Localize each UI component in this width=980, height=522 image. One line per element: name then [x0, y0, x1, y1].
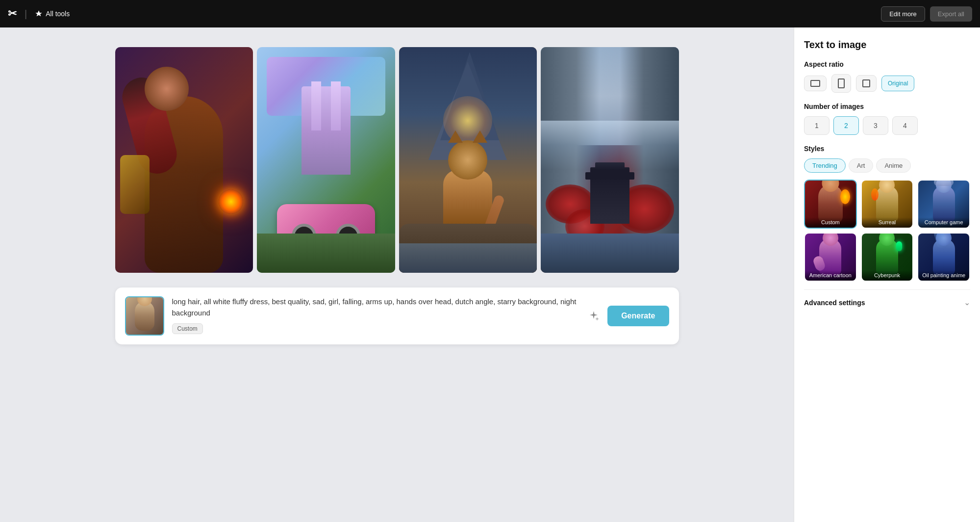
landscape-icon	[810, 80, 820, 87]
num-1-button[interactable]: 1	[804, 116, 829, 135]
tab-art[interactable]: Art	[849, 158, 874, 173]
image-grid	[115, 47, 679, 273]
prompt-text: long hair, all white fluffy dress, best …	[172, 296, 578, 318]
style-card-american-cartoon-label: American cartoon	[805, 270, 856, 281]
style-card-cyberpunk-label: Cyberpunk	[862, 270, 913, 281]
style-card-custom-label: Custom	[805, 217, 856, 228]
generated-image-2[interactable]	[257, 47, 395, 273]
canvas-area: long hair, all white fluffy dress, best …	[0, 27, 794, 522]
portrait-icon	[838, 78, 845, 88]
style-card-oil-painting-label: Oil painting anime	[918, 270, 969, 281]
generated-image-3[interactable]	[399, 47, 537, 273]
num-3-button[interactable]: 3	[863, 116, 888, 135]
nav-divider: |	[25, 8, 27, 20]
style-card-computer-game[interactable]: Computer game	[917, 180, 970, 229]
right-panel: Text to image Aspect ratio Original Numb…	[794, 27, 980, 522]
app-logo: ✂	[8, 7, 17, 20]
export-all-button[interactable]: Export all	[930, 6, 972, 22]
tab-anime[interactable]: Anime	[876, 158, 911, 173]
tab-trending[interactable]: Trending	[804, 158, 846, 173]
magic-button[interactable]	[585, 307, 603, 325]
prompt-bar: long hair, all white fluffy dress, best …	[115, 287, 679, 344]
aspect-square-button[interactable]	[856, 75, 877, 92]
prompt-bar-wrapper: long hair, all white fluffy dress, best …	[115, 287, 679, 344]
num-images-label: Number of images	[804, 103, 970, 110]
square-icon	[862, 79, 870, 87]
tools-icon	[35, 10, 43, 18]
style-card-surreal-label: Surreal	[862, 217, 913, 228]
main-layout: long hair, all white fluffy dress, best …	[0, 27, 980, 522]
style-card-custom[interactable]: Custom	[804, 180, 857, 229]
advanced-settings-label: Advanced settings	[804, 299, 865, 307]
aspect-ratio-row: Original	[804, 74, 970, 93]
aspect-original-button[interactable]: Original	[881, 76, 914, 91]
generated-image-4[interactable]	[541, 47, 679, 273]
styles-label: Styles	[804, 145, 970, 153]
chevron-down-icon: ⌄	[964, 298, 970, 307]
generated-image-1[interactable]	[115, 47, 253, 273]
styles-tabs: Trending Art Anime	[804, 158, 970, 173]
magic-wand-icon	[588, 310, 600, 322]
generate-button[interactable]: Generate	[607, 306, 669, 326]
aspect-portrait-button[interactable]	[831, 74, 851, 93]
style-card-surreal[interactable]: Surreal	[861, 180, 914, 229]
style-card-american-cartoon[interactable]: American cartoon	[804, 233, 857, 282]
num-4-button[interactable]: 4	[892, 116, 918, 135]
style-cards-grid: Custom Surreal	[804, 180, 970, 282]
advanced-settings[interactable]: Advanced settings ⌄	[804, 289, 970, 307]
edit-more-button[interactable]: Edit more	[881, 6, 925, 22]
topnav: ✂ | All tools Edit more Export all	[0, 0, 980, 27]
aspect-landscape-button[interactable]	[804, 76, 827, 91]
topnav-actions: Edit more Export all	[881, 6, 972, 22]
aspect-ratio-label: Aspect ratio	[804, 60, 970, 68]
panel-title: Text to image	[804, 39, 970, 51]
style-card-cyberpunk[interactable]: Cyberpunk	[861, 233, 914, 282]
style-card-oil-painting[interactable]: Oil painting anime	[917, 233, 970, 282]
prompt-actions: Generate	[585, 306, 669, 326]
style-card-computer-game-label: Computer game	[918, 217, 969, 228]
all-tools-label: All tools	[46, 10, 70, 18]
num-2-button[interactable]: 2	[833, 116, 859, 135]
prompt-thumbnail	[125, 296, 164, 336]
prompt-style-tag: Custom	[172, 323, 203, 334]
prompt-content: long hair, all white fluffy dress, best …	[172, 296, 578, 334]
num-images-row: 1 2 3 4	[804, 116, 970, 135]
all-tools-nav[interactable]: All tools	[35, 10, 70, 18]
